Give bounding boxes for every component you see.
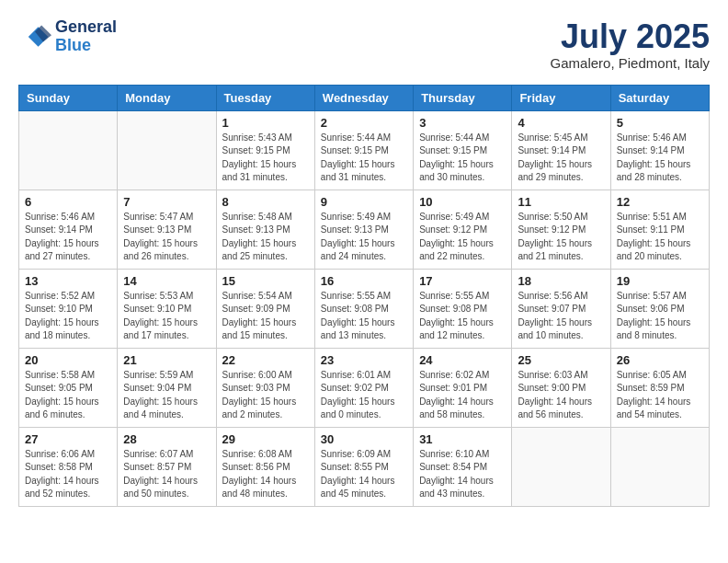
calendar-cell: 2Sunrise: 5:44 AM Sunset: 9:15 PM Daylig… (314, 110, 413, 190)
day-info: Sunrise: 6:08 AM Sunset: 8:56 PM Dayligh… (222, 448, 309, 501)
calendar-cell: 9Sunrise: 5:49 AM Sunset: 9:13 PM Daylig… (314, 190, 413, 269)
day-info: Sunrise: 5:46 AM Sunset: 9:14 PM Dayligh… (617, 132, 703, 185)
weekday-header-sunday: Sunday (19, 85, 118, 110)
day-number: 4 (518, 116, 604, 130)
calendar-cell (19, 110, 118, 190)
day-info: Sunrise: 6:01 AM Sunset: 9:02 PM Dayligh… (321, 369, 407, 422)
calendar-cell: 11Sunrise: 5:50 AM Sunset: 9:12 PM Dayli… (512, 190, 610, 269)
calendar-cell: 25Sunrise: 6:03 AM Sunset: 9:00 PM Dayli… (512, 348, 610, 427)
calendar-cell: 12Sunrise: 5:51 AM Sunset: 9:11 PM Dayli… (610, 190, 709, 269)
week-row-3: 13Sunrise: 5:52 AM Sunset: 9:10 PM Dayli… (19, 269, 710, 348)
location: Gamalero, Piedmont, Italy (551, 55, 710, 71)
day-number: 27 (25, 432, 111, 446)
day-info: Sunrise: 6:09 AM Sunset: 8:55 PM Dayligh… (321, 448, 407, 501)
day-info: Sunrise: 5:50 AM Sunset: 9:12 PM Dayligh… (518, 211, 604, 264)
day-info: Sunrise: 5:58 AM Sunset: 9:05 PM Dayligh… (25, 369, 111, 422)
week-row-4: 20Sunrise: 5:58 AM Sunset: 9:05 PM Dayli… (19, 348, 710, 427)
calendar-cell: 5Sunrise: 5:46 AM Sunset: 9:14 PM Daylig… (610, 110, 709, 190)
calendar-cell (118, 110, 216, 190)
day-number: 17 (419, 274, 506, 288)
calendar-cell: 29Sunrise: 6:08 AM Sunset: 8:56 PM Dayli… (216, 427, 314, 506)
day-info: Sunrise: 5:56 AM Sunset: 9:07 PM Dayligh… (518, 290, 604, 343)
calendar-cell: 21Sunrise: 5:59 AM Sunset: 9:04 PM Dayli… (118, 348, 216, 427)
calendar-cell: 3Sunrise: 5:44 AM Sunset: 9:15 PM Daylig… (414, 110, 512, 190)
month-title: July 2025 (551, 18, 710, 55)
day-info: Sunrise: 5:46 AM Sunset: 9:14 PM Dayligh… (25, 211, 111, 264)
day-number: 10 (419, 195, 506, 209)
day-number: 16 (321, 274, 407, 288)
calendar-cell: 30Sunrise: 6:09 AM Sunset: 8:55 PM Dayli… (314, 427, 413, 506)
calendar-cell: 6Sunrise: 5:46 AM Sunset: 9:14 PM Daylig… (19, 190, 118, 269)
calendar-cell: 10Sunrise: 5:49 AM Sunset: 9:12 PM Dayli… (414, 190, 512, 269)
day-number: 9 (321, 195, 407, 209)
calendar-cell: 15Sunrise: 5:54 AM Sunset: 9:09 PM Dayli… (216, 269, 314, 348)
logo-text-blue: Blue (55, 37, 117, 55)
day-info: Sunrise: 6:02 AM Sunset: 9:01 PM Dayligh… (419, 369, 506, 422)
day-info: Sunrise: 5:47 AM Sunset: 9:13 PM Dayligh… (123, 211, 210, 264)
day-info: Sunrise: 5:44 AM Sunset: 9:15 PM Dayligh… (419, 132, 506, 185)
calendar-cell: 8Sunrise: 5:48 AM Sunset: 9:13 PM Daylig… (216, 190, 314, 269)
logo-text-general: General (55, 18, 117, 37)
day-info: Sunrise: 6:00 AM Sunset: 9:03 PM Dayligh… (222, 369, 309, 422)
logo-icon (18, 20, 51, 53)
weekday-header-row: SundayMondayTuesdayWednesdayThursdayFrid… (19, 85, 710, 110)
day-info: Sunrise: 5:43 AM Sunset: 9:15 PM Dayligh… (222, 132, 309, 185)
day-number: 23 (321, 353, 407, 367)
day-info: Sunrise: 5:48 AM Sunset: 9:13 PM Dayligh… (222, 211, 309, 264)
day-number: 20 (25, 353, 111, 367)
calendar-cell: 31Sunrise: 6:10 AM Sunset: 8:54 PM Dayli… (414, 427, 512, 506)
day-info: Sunrise: 5:49 AM Sunset: 9:12 PM Dayligh… (419, 211, 506, 264)
day-number: 3 (419, 116, 506, 130)
week-row-5: 27Sunrise: 6:06 AM Sunset: 8:58 PM Dayli… (19, 427, 710, 506)
day-number: 15 (222, 274, 309, 288)
day-number: 25 (518, 353, 604, 367)
calendar-cell: 20Sunrise: 5:58 AM Sunset: 9:05 PM Dayli… (19, 348, 118, 427)
day-number: 31 (419, 432, 506, 446)
day-info: Sunrise: 6:10 AM Sunset: 8:54 PM Dayligh… (419, 448, 506, 501)
week-row-1: 1Sunrise: 5:43 AM Sunset: 9:15 PM Daylig… (19, 110, 710, 190)
day-number: 6 (25, 195, 111, 209)
calendar-table: SundayMondayTuesdayWednesdayThursdayFrid… (18, 85, 710, 507)
day-number: 24 (419, 353, 506, 367)
day-info: Sunrise: 5:52 AM Sunset: 9:10 PM Dayligh… (25, 290, 111, 343)
weekday-header-saturday: Saturday (610, 85, 709, 110)
day-number: 13 (25, 274, 111, 288)
day-number: 14 (123, 274, 210, 288)
calendar-cell: 19Sunrise: 5:57 AM Sunset: 9:06 PM Dayli… (610, 269, 709, 348)
calendar-cell: 1Sunrise: 5:43 AM Sunset: 9:15 PM Daylig… (216, 110, 314, 190)
calendar-cell: 22Sunrise: 6:00 AM Sunset: 9:03 PM Dayli… (216, 348, 314, 427)
day-number: 29 (222, 432, 309, 446)
calendar-cell: 4Sunrise: 5:45 AM Sunset: 9:14 PM Daylig… (512, 110, 610, 190)
day-number: 5 (617, 116, 703, 130)
logo: General Blue (18, 18, 117, 55)
day-number: 8 (222, 195, 309, 209)
day-info: Sunrise: 6:03 AM Sunset: 9:00 PM Dayligh… (518, 369, 604, 422)
day-info: Sunrise: 6:07 AM Sunset: 8:57 PM Dayligh… (123, 448, 210, 501)
calendar-cell: 24Sunrise: 6:02 AM Sunset: 9:01 PM Dayli… (414, 348, 512, 427)
weekday-header-friday: Friday (512, 85, 610, 110)
calendar-cell: 17Sunrise: 5:55 AM Sunset: 9:08 PM Dayli… (414, 269, 512, 348)
day-info: Sunrise: 5:51 AM Sunset: 9:11 PM Dayligh… (617, 211, 703, 264)
title-block: July 2025 Gamalero, Piedmont, Italy (551, 18, 710, 71)
day-number: 11 (518, 195, 604, 209)
calendar-cell: 16Sunrise: 5:55 AM Sunset: 9:08 PM Dayli… (314, 269, 413, 348)
day-number: 19 (617, 274, 703, 288)
day-number: 7 (123, 195, 210, 209)
day-info: Sunrise: 5:53 AM Sunset: 9:10 PM Dayligh… (123, 290, 210, 343)
calendar-cell: 27Sunrise: 6:06 AM Sunset: 8:58 PM Dayli… (19, 427, 118, 506)
calendar-cell: 13Sunrise: 5:52 AM Sunset: 9:10 PM Dayli… (19, 269, 118, 348)
day-number: 30 (321, 432, 407, 446)
day-number: 1 (222, 116, 309, 130)
week-row-2: 6Sunrise: 5:46 AM Sunset: 9:14 PM Daylig… (19, 190, 710, 269)
page-header: General Blue July 2025 Gamalero, Piedmon… (18, 18, 710, 71)
weekday-header-tuesday: Tuesday (216, 85, 314, 110)
day-info: Sunrise: 5:59 AM Sunset: 9:04 PM Dayligh… (123, 369, 210, 422)
calendar-cell: 7Sunrise: 5:47 AM Sunset: 9:13 PM Daylig… (118, 190, 216, 269)
day-info: Sunrise: 5:55 AM Sunset: 9:08 PM Dayligh… (321, 290, 407, 343)
day-number: 26 (617, 353, 703, 367)
day-number: 2 (321, 116, 407, 130)
calendar-cell: 28Sunrise: 6:07 AM Sunset: 8:57 PM Dayli… (118, 427, 216, 506)
day-number: 21 (123, 353, 210, 367)
day-number: 12 (617, 195, 703, 209)
day-info: Sunrise: 5:57 AM Sunset: 9:06 PM Dayligh… (617, 290, 703, 343)
